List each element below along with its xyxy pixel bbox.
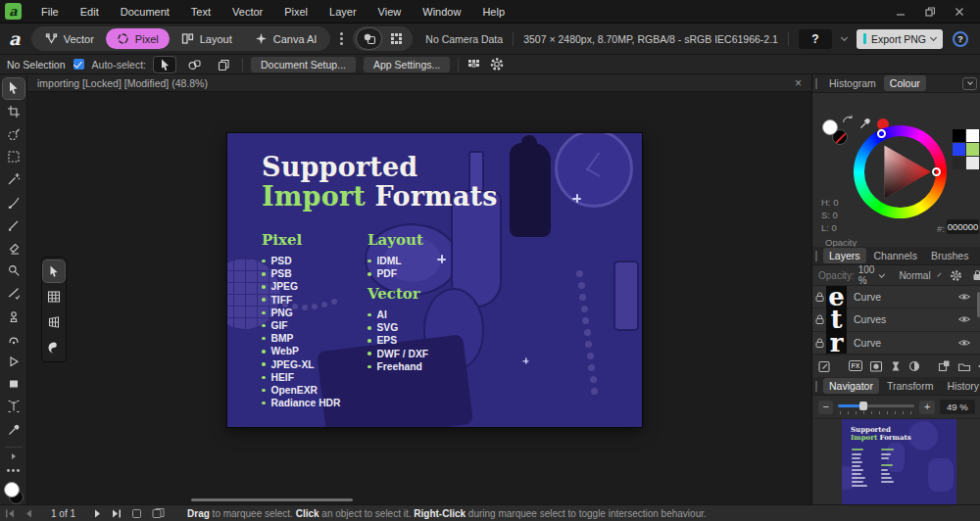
colour-picker-tool[interactable] [3,419,24,440]
swatch-black[interactable] [953,129,965,142]
tab-transform[interactable]: Transform [881,378,939,394]
edit-adjustment-icon[interactable] [817,359,831,373]
select-cursor-mode-icon[interactable] [154,57,175,72]
menu-vector[interactable]: Vector [221,0,273,23]
document-tab[interactable]: importing [Locked] [Modified] (48.8%) [27,77,208,89]
auto-select-checkbox[interactable] [74,59,84,70]
minimize-icon[interactable] [896,7,906,17]
export-png-button[interactable]: Export PNG [857,29,943,49]
swatch-light[interactable] [966,157,979,169]
assistant-dropdown-icon[interactable] [841,34,848,41]
next-page-icon[interactable] [94,509,102,518]
swatch-blue[interactable] [953,143,965,156]
hex-input[interactable]: 000000 [947,219,979,234]
layer-thumbnail[interactable]: r [826,331,847,354]
move-inside-icon[interactable] [938,359,951,372]
persona-layout[interactable]: Layout [171,28,243,49]
tab-layers[interactable]: Layers [823,248,866,263]
layer-name[interactable]: Curves [854,313,886,325]
tools-expand-icon[interactable] [12,453,16,459]
panel-collapse-icon[interactable] [962,77,977,90]
visibility-eye-icon[interactable] [957,338,971,348]
shape-play-tool[interactable] [3,352,24,372]
toolbar-overflow-icon[interactable] [340,37,343,40]
restore-icon[interactable] [925,7,935,17]
tab-brushes[interactable]: Brushes [925,248,975,263]
artboard[interactable]: Supported Import Formats Pixel PSD PSB J… [227,133,642,427]
colour-picker-icon[interactable] [858,117,872,130]
menu-window[interactable]: Window [412,0,471,23]
canvas-viewport[interactable]: Supported Import Formats Pixel PSD PSB J… [27,92,811,504]
panel-drag-handle[interactable] [815,251,817,261]
clone-stamp-tool[interactable] [3,306,24,326]
mask-layer-icon[interactable] [869,360,883,372]
visibility-eye-icon[interactable] [957,292,971,302]
app-settings-button[interactable]: App Settings... [364,57,450,72]
horizontal-scrollbar[interactable] [191,498,353,501]
layer-name[interactable]: Curve [854,291,881,303]
saturation-handle[interactable] [932,167,941,176]
zoom-out-button[interactable]: − [818,401,833,414]
layer-name[interactable]: Curve [854,337,881,349]
tab-stock[interactable]: Stock [976,248,980,263]
blend-dropdown-icon[interactable] [937,272,941,276]
tab-history[interactable]: History [941,378,980,394]
close-tab-icon[interactable]: × [795,77,802,89]
group-layers-icon[interactable] [957,360,971,372]
live-filter-icon[interactable] [908,360,920,372]
burn-brush-tool[interactable] [3,283,24,304]
tab-navigator[interactable]: Navigator [823,378,879,394]
tab-colour[interactable]: Colour [884,75,926,91]
menu-document[interactable]: Document [110,0,180,23]
select-lasso-mode-icon[interactable] [183,57,205,72]
frame-text-tool[interactable] [3,397,24,417]
layer-thumbnail[interactable]: e [826,286,847,308]
perspective-tool[interactable] [43,311,65,333]
tools-more-icon[interactable] [12,469,15,472]
single-page-icon[interactable] [131,508,142,519]
lock-layer-icon[interactable] [972,269,980,281]
settings-gear-icon[interactable] [489,57,505,71]
menu-help[interactable]: Help [471,0,515,23]
persona-canva-ai[interactable]: Canva AI [244,28,328,49]
facing-pages-icon[interactable] [152,508,165,519]
tab-channels[interactable]: Channels [868,248,923,263]
move-tool[interactable] [43,260,65,282]
panel-drag-handle[interactable] [815,78,817,89]
foreground-colour-swatch[interactable] [822,119,838,135]
swap-colours-icon[interactable] [842,115,854,124]
document-setup-button[interactable]: Document Setup... [251,57,356,72]
swatch-green[interactable] [966,143,979,156]
mesh-warp-tool[interactable] [43,286,65,308]
paint-brush-tool[interactable] [3,192,24,213]
placement-mode-icon[interactable] [357,28,381,49]
flood-select-tool[interactable] [3,169,24,190]
help-button[interactable]: ? [953,31,968,47]
foreground-background-colour-well[interactable] [3,482,24,504]
zoom-slider[interactable] [838,401,914,414]
layer-row[interactable]: r Curve [812,332,980,355]
layer-row[interactable]: e Curve [812,286,980,308]
persona-vector[interactable]: Vector [34,28,105,49]
menu-pixel[interactable]: Pixel [273,0,318,23]
pixel-tool[interactable] [3,214,24,235]
layer-row[interactable]: t Curves [812,308,980,331]
blend-options-gear-icon[interactable] [950,269,962,282]
menu-view[interactable]: View [368,0,413,23]
crop-tool[interactable] [3,101,24,121]
swatch-white[interactable] [966,129,979,142]
erase-brush-tool[interactable] [3,238,24,259]
zoom-slider-handle[interactable] [859,402,867,410]
dodge-brush-tool[interactable] [3,260,24,281]
zoom-percentage[interactable]: 49 % [940,400,975,414]
liquify-tool[interactable] [43,337,65,358]
previous-page-icon[interactable] [24,509,32,518]
layers-opacity-dropdown[interactable]: 100 % [858,264,884,286]
adjustment-layer-icon[interactable] [890,360,902,372]
navigator-thumbnail[interactable]: Supported Import Formats [842,419,956,504]
menu-layer[interactable]: Layer [318,0,368,23]
menu-text[interactable]: Text [180,0,221,23]
menu-edit[interactable]: Edit [70,0,110,23]
blend-mode-dropdown[interactable]: Normal [899,270,930,281]
selection-brush-tool[interactable] [3,123,24,144]
